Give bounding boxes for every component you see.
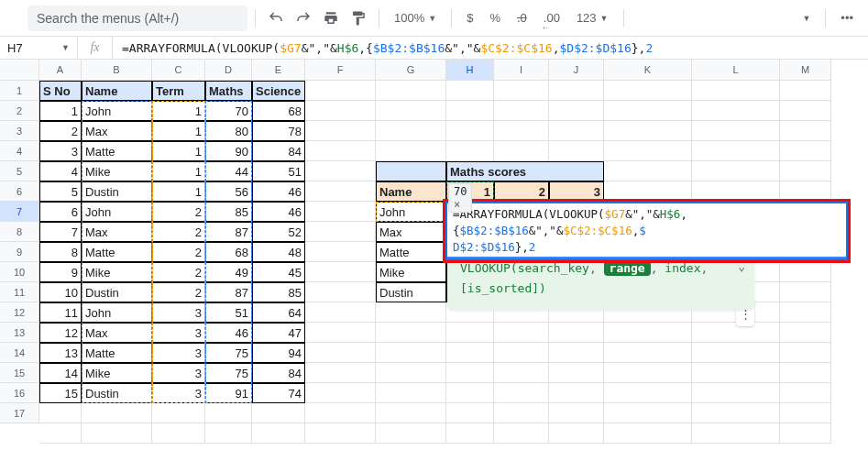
grid-cell[interactable]: 80 xyxy=(205,121,252,141)
grid-cell[interactable] xyxy=(446,121,494,141)
grid-cell[interactable] xyxy=(604,403,692,423)
grid-cell[interactable] xyxy=(205,403,252,423)
grid-cell[interactable]: 46 xyxy=(252,202,305,222)
grid-cell[interactable]: 51 xyxy=(252,161,305,181)
grid-cell[interactable] xyxy=(446,403,494,423)
grid-cell[interactable]: 3 xyxy=(152,363,205,383)
grid-cell[interactable]: Max xyxy=(82,121,152,141)
grid-cell[interactable] xyxy=(549,121,604,141)
grid-cell[interactable] xyxy=(604,423,692,444)
column-header-A[interactable]: A xyxy=(39,60,82,81)
grid-cell[interactable]: Matte xyxy=(82,343,152,363)
grid-cell[interactable]: Matte xyxy=(82,141,152,161)
grid-cell[interactable]: 74 xyxy=(252,383,305,403)
grid-cell[interactable] xyxy=(376,302,446,323)
grid-cell[interactable] xyxy=(446,363,494,383)
decrease-decimal-button[interactable]: .0 xyxy=(510,5,534,31)
grid-cell[interactable] xyxy=(446,343,494,363)
grid-cell[interactable]: 2 xyxy=(152,282,205,302)
grid-cell[interactable] xyxy=(305,202,376,222)
grid-cell[interactable] xyxy=(376,81,446,101)
grid-cell[interactable] xyxy=(305,141,376,161)
grid-cell[interactable] xyxy=(780,282,831,302)
grid-cell[interactable] xyxy=(604,343,692,363)
grid-cell[interactable]: 10 xyxy=(39,282,82,302)
grid-cell[interactable]: 1 xyxy=(152,141,205,161)
grid-cell[interactable]: 85 xyxy=(252,282,305,302)
grid-cell[interactable] xyxy=(780,262,831,282)
grid-cell[interactable]: 45 xyxy=(252,262,305,282)
grid-cell[interactable] xyxy=(305,262,376,282)
grid-cell[interactable] xyxy=(376,121,446,141)
grid-cell[interactable] xyxy=(604,121,692,141)
grid-cell[interactable]: 46 xyxy=(252,181,305,202)
spreadsheet-grid[interactable]: ABCDEFGHIJKLM 1234567891011121314151617 … xyxy=(0,60,868,461)
column-header-E[interactable]: E xyxy=(252,60,305,81)
grid-cell[interactable]: 70 xyxy=(205,101,252,121)
column-header-I[interactable]: I xyxy=(494,60,549,81)
grid-cell[interactable] xyxy=(494,141,549,161)
grid-cell[interactable] xyxy=(494,403,549,423)
grid-cell[interactable] xyxy=(780,302,831,323)
row-header-14[interactable]: 14 xyxy=(0,343,39,363)
menu-search-input[interactable]: Search the menus (Alt+/) xyxy=(27,5,247,31)
grid-cell[interactable]: 5 xyxy=(39,181,82,202)
grid-cell[interactable]: 4 xyxy=(39,161,82,181)
grid-cell[interactable]: 75 xyxy=(205,363,252,383)
redo-icon[interactable] xyxy=(291,5,316,31)
in-cell-formula-editor[interactable]: =ARRAYFORMULA(VLOOKUP($G7&","&H$6,{$B$2:… xyxy=(443,199,851,263)
column-header-D[interactable]: D xyxy=(205,60,252,81)
column-header-C[interactable]: C xyxy=(152,60,205,81)
grid-cell[interactable] xyxy=(549,403,604,423)
grid-cell[interactable] xyxy=(549,81,604,101)
grid-cell[interactable]: 2 xyxy=(152,242,205,262)
grid-cell[interactable]: Matte xyxy=(82,242,152,262)
grid-cell[interactable]: 84 xyxy=(252,141,305,161)
grid-cell[interactable] xyxy=(780,101,831,121)
grid-cell[interactable]: 48 xyxy=(252,242,305,262)
grid-cell[interactable]: 1 xyxy=(152,121,205,141)
grid-cell[interactable] xyxy=(494,101,549,121)
grid-cell[interactable]: 13 xyxy=(39,343,82,363)
format-currency-button[interactable]: $ xyxy=(459,5,480,31)
grid-cell[interactable]: 3 xyxy=(152,323,205,343)
grid-cell[interactable] xyxy=(376,101,446,121)
grid-cell[interactable]: 9 xyxy=(39,262,82,282)
grid-cell[interactable] xyxy=(604,363,692,383)
grid-cell[interactable]: Dustin xyxy=(376,282,446,302)
grid-cell[interactable] xyxy=(549,363,604,383)
grid-cell[interactable] xyxy=(305,423,376,444)
grid-cell[interactable] xyxy=(692,423,780,444)
grid-cell[interactable] xyxy=(446,423,494,444)
grid-cell[interactable]: 3 xyxy=(152,383,205,403)
column-header-F[interactable]: F xyxy=(305,60,376,81)
grid-cell[interactable] xyxy=(549,423,604,444)
grid-cell[interactable]: John xyxy=(82,202,152,222)
row-header-17[interactable]: 17 xyxy=(0,403,39,423)
row-header-2[interactable]: 2 xyxy=(0,101,39,121)
column-header-H[interactable]: H xyxy=(446,60,494,81)
grid-cell[interactable]: 15 xyxy=(39,383,82,403)
grid-cell[interactable] xyxy=(305,343,376,363)
grid-cell[interactable] xyxy=(780,363,831,383)
grid-cell[interactable]: 56 xyxy=(205,181,252,202)
grid-cell[interactable] xyxy=(305,181,376,202)
grid-cell[interactable] xyxy=(494,81,549,101)
grid-cell[interactable] xyxy=(549,323,604,343)
grid-cell[interactable]: Dustin xyxy=(82,282,152,302)
grid-cell[interactable] xyxy=(305,302,376,323)
row-header-7[interactable]: 7 xyxy=(0,202,39,222)
grid-cell[interactable] xyxy=(692,343,780,363)
grid-cell[interactable] xyxy=(494,383,549,403)
grid-cell[interactable] xyxy=(305,222,376,242)
grid-cell[interactable] xyxy=(376,323,446,343)
grid-cell[interactable] xyxy=(604,323,692,343)
grid-cell[interactable] xyxy=(305,101,376,121)
grid-cell[interactable] xyxy=(252,403,305,423)
formula-input[interactable]: =ARRAYFORMULA(VLOOKUP($G7&","&H$6,{$B$2:… xyxy=(113,41,662,55)
name-box[interactable]: H7▼ xyxy=(0,37,78,59)
grid-cell[interactable]: 51 xyxy=(205,302,252,323)
grid-cell[interactable]: John xyxy=(82,101,152,121)
grid-cell[interactable] xyxy=(692,101,780,121)
grid-cell[interactable] xyxy=(152,403,205,423)
